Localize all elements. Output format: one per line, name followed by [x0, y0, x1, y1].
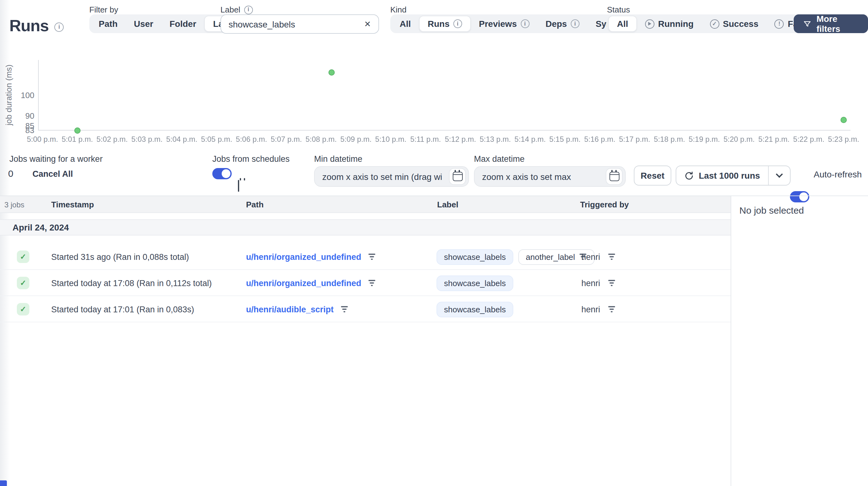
date-group-header: April 24, 2024 — [0, 219, 731, 236]
calendar-button[interactable] — [449, 168, 466, 185]
filter-by-option-path[interactable]: Path — [91, 16, 126, 32]
calendar-icon — [609, 172, 619, 181]
label-filter-label: Label — [220, 5, 253, 14]
filter-by-path-icon[interactable] — [341, 306, 348, 312]
status-label: Status — [607, 5, 630, 14]
max-datetime-label: Max datetime — [474, 154, 525, 164]
status-option-running[interactable]: Running — [637, 16, 702, 32]
y-tick-label: 90 — [12, 111, 34, 121]
check-circle-icon — [710, 19, 719, 28]
kind-option-previews[interactable]: Previews — [471, 16, 537, 32]
cancel-all-button[interactable]: Cancel All — [32, 169, 73, 179]
play-circle-icon — [645, 19, 654, 28]
alert-circle-icon — [775, 19, 784, 28]
funnel-icon — [803, 19, 811, 28]
scatter-point[interactable] — [840, 117, 847, 123]
page-title-text: Runs — [9, 16, 49, 36]
label-filter-input[interactable]: showcase_labels — [220, 14, 379, 34]
chevron-down-icon — [776, 171, 783, 178]
table-row[interactable]: Started today at 17:01 (Ran in 0,083s) u… — [0, 296, 731, 322]
filter-by-path-icon[interactable] — [368, 254, 376, 260]
runs-page: Runs Filter by Path User Folder Label La… — [0, 0, 868, 486]
success-icon — [17, 277, 29, 289]
kind-label: Kind — [390, 5, 406, 14]
jobs-count: 3 jobs — [4, 201, 24, 209]
run-timestamp: Started 31s ago (Ran in 0,088s total) — [51, 244, 189, 270]
toggle-knob — [222, 169, 230, 178]
scatter-point[interactable] — [74, 127, 81, 133]
table-row[interactable]: Started 31s ago (Ran in 0,088s total) u/… — [0, 244, 731, 270]
runs-window-button[interactable]: Last 1000 runs — [676, 166, 768, 185]
column-header-timestamp[interactable]: Timestamp — [51, 200, 94, 209]
column-header-path[interactable]: Path — [246, 200, 264, 209]
label-filter-value: showcase_labels — [228, 19, 363, 29]
min-datetime-value: zoom x axis to set min (drag wi — [322, 172, 449, 181]
run-path-link[interactable]: u/henri/audible_script — [246, 305, 334, 314]
reset-button[interactable]: Reset — [634, 165, 671, 185]
max-datetime-value: zoom x axis to set max — [482, 172, 606, 181]
filter-by-user-icon[interactable] — [608, 254, 615, 260]
jobs-from-schedules-label: Jobs from schedules — [212, 154, 290, 164]
table-header: 3 jobs Timestamp Path Label Triggered by — [0, 196, 731, 213]
triggered-by-user: henri — [581, 252, 600, 262]
label-chip[interactable]: showcase_labels — [436, 275, 513, 291]
more-filters-button[interactable]: More filters — [794, 14, 868, 33]
y-tick-label: 100 — [12, 91, 34, 100]
auto-refresh-toggle[interactable] — [790, 191, 809, 203]
jobs-waiting-label: Jobs waiting for a worker — [9, 154, 103, 164]
success-icon — [17, 303, 29, 315]
jobs-from-schedules-toggle[interactable] — [212, 168, 232, 179]
filter-by-user-icon[interactable] — [608, 280, 615, 286]
auto-refresh-label: Auto-refresh — [814, 169, 862, 179]
filter-by-label: Filter by — [89, 5, 118, 14]
status-segmented-control: All Running Success Failure — [607, 14, 826, 33]
scatter-point[interactable] — [329, 69, 335, 75]
kind-option-deps[interactable]: Deps — [537, 16, 587, 32]
run-timestamp: Started today at 17:08 (Ran in 0,112s to… — [51, 270, 212, 296]
y-axis-line — [38, 60, 39, 130]
x-axis-line — [38, 130, 850, 130]
max-datetime-input[interactable]: zoom x axis to set max — [474, 166, 626, 187]
runs-window-split-button: Last 1000 runs — [676, 165, 790, 185]
no-job-selected-text: No job selected — [739, 205, 804, 215]
triggered-by-user: henri — [581, 278, 600, 288]
calendar-button[interactable] — [606, 168, 623, 185]
kind-option-runs[interactable]: Runs — [419, 16, 471, 32]
x-tick-label: 5:23 p.m. — [819, 135, 868, 144]
label-chip[interactable]: showcase_labels — [436, 301, 513, 317]
info-icon[interactable] — [521, 19, 529, 28]
clear-icon[interactable] — [363, 18, 372, 30]
y-tick-label: 83 — [12, 126, 34, 135]
filter-by-user-icon[interactable] — [608, 306, 615, 312]
info-icon[interactable] — [453, 19, 462, 28]
status-option-all[interactable]: All — [608, 16, 637, 32]
min-datetime-input[interactable]: zoom x axis to set min (drag wi — [314, 166, 469, 187]
run-timestamp: Started today at 17:01 (Ran in 0,083s) — [51, 296, 194, 322]
runs-window-dropdown-button[interactable] — [768, 166, 790, 185]
refresh-icon — [684, 171, 694, 180]
triggered-by-user: henri — [581, 305, 600, 314]
min-datetime-label: Min datetime — [314, 154, 363, 164]
info-icon[interactable] — [54, 22, 64, 32]
table-row[interactable]: Started today at 17:08 (Ran in 0,112s to… — [0, 270, 731, 296]
calendar-icon[interactable] — [238, 180, 239, 192]
info-icon[interactable] — [244, 5, 253, 14]
date-group-text: April 24, 2024 — [12, 222, 69, 232]
kind-option-all[interactable]: All — [392, 16, 419, 32]
runs-table-body: Started 31s ago (Ran in 0,088s total) u/… — [0, 236, 731, 322]
run-path-link[interactable]: u/henri/organized_undefined — [246, 278, 361, 288]
bottom-left-blue-fragment — [0, 480, 7, 486]
status-option-success[interactable]: Success — [702, 16, 767, 32]
label-chip[interactable]: showcase_labels — [436, 249, 513, 265]
detail-panel-divider — [731, 196, 731, 486]
kind-segmented-control: All Runs Previews Deps Sync — [390, 14, 639, 33]
column-header-label[interactable]: Label — [437, 200, 458, 209]
filter-by-option-user[interactable]: User — [126, 16, 161, 32]
success-icon — [17, 250, 29, 263]
filter-by-path-icon[interactable] — [368, 280, 376, 286]
column-header-triggered-by[interactable]: Triggered by — [580, 200, 629, 209]
page-title: Runs — [9, 16, 64, 36]
filter-by-option-folder[interactable]: Folder — [161, 16, 205, 32]
info-icon[interactable] — [571, 19, 580, 28]
run-path-link[interactable]: u/henri/organized_undefined — [246, 252, 361, 262]
